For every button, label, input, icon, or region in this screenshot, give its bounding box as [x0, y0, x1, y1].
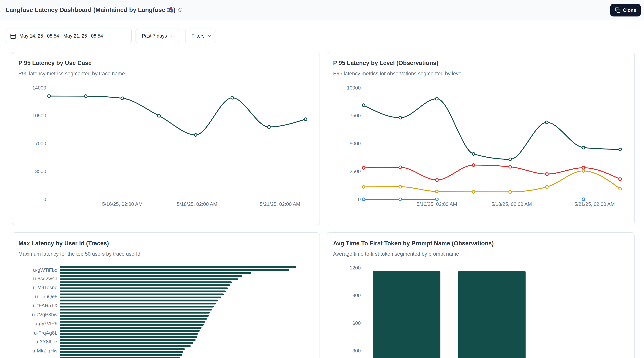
svg-text:600: 600 [352, 320, 361, 326]
svg-text:u-3Y8fUi7: u-3Y8fUi7 [35, 339, 58, 344]
svg-text:2500: 2500 [350, 168, 361, 174]
svg-text:7000: 7000 [35, 141, 46, 146]
svg-text:u-M9Tosno: u-M9Tosno [33, 284, 58, 290]
svg-text:10500: 10500 [32, 113, 46, 118]
svg-text:u-FrqAg8L: u-FrqAg8L [34, 330, 58, 336]
svg-text:5/21/25, 02:00 AM: 5/21/25, 02:00 AM [260, 201, 300, 207]
svg-text:u-MkZlgHw: u-MkZlgHw [32, 348, 58, 354]
svg-text:14000: 14000 [32, 85, 46, 91]
svg-text:10000: 10000 [347, 85, 361, 91]
svg-text:5/16/25, 02:00 AM: 5/16/25, 02:00 AM [417, 201, 457, 207]
svg-text:900: 900 [352, 292, 361, 298]
svg-text:0: 0 [358, 196, 361, 202]
svg-text:u-gyzVIP9: u-gyzVIP9 [34, 321, 58, 326]
svg-text:5/18/25, 02:00 AM: 5/18/25, 02:00 AM [492, 201, 532, 207]
svg-text:u-8sq2w4a: u-8sq2w4a [33, 276, 58, 281]
svg-text:u-TjruQe8: u-TjruQe8 [35, 294, 58, 299]
svg-text:0: 0 [44, 196, 46, 202]
svg-text:7500: 7500 [350, 113, 361, 118]
svg-text:u-gWTiFbq: u-gWTiFbq [33, 267, 58, 273]
svg-text:3500: 3500 [35, 168, 46, 174]
svg-text:u-zVqP3hw: u-zVqP3hw [32, 312, 58, 317]
svg-text:1200: 1200 [350, 265, 361, 270]
svg-text:5000: 5000 [350, 141, 361, 146]
svg-text:u-tFAR5TX: u-tFAR5TX [33, 302, 58, 308]
svg-text:5/21/25, 02:00 AM: 5/21/25, 02:00 AM [574, 201, 615, 207]
svg-text:300: 300 [352, 348, 361, 354]
svg-text:5/18/25, 02:00 AM: 5/18/25, 02:00 AM [177, 201, 217, 207]
svg-text:5/16/25, 02:00 AM: 5/16/25, 02:00 AM [102, 201, 142, 207]
